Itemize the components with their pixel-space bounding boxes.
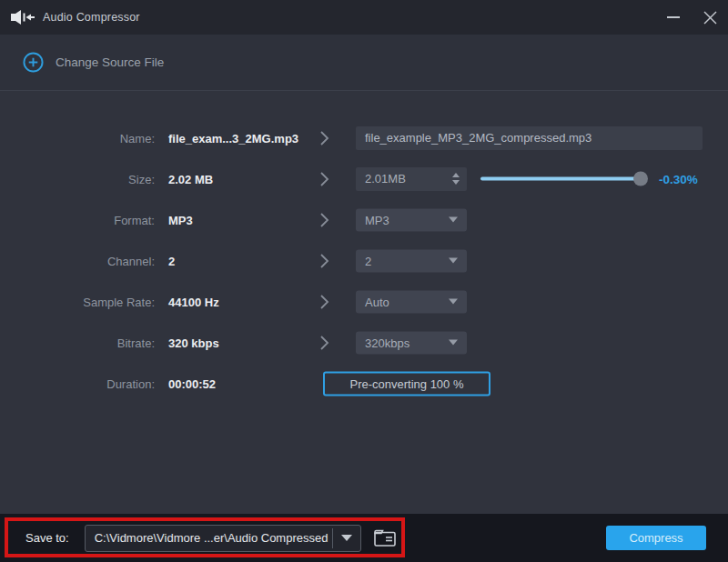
channel-source-value: 2 <box>168 254 175 267</box>
duration-label: Duration: <box>0 376 155 390</box>
size-stepper[interactable]: 2.01MB <box>356 167 467 191</box>
save-path-dropdown-button[interactable] <box>333 526 360 551</box>
bitrate-label: Bitrate: <box>0 336 155 349</box>
name-label: Name: <box>0 131 155 145</box>
chevron-right-icon <box>320 172 329 186</box>
window-controls <box>655 0 728 35</box>
audio-compressor-window: { "window": { "title": "Audio Compressor… <box>0 0 728 562</box>
channel-select-value: 2 <box>365 254 371 267</box>
folder-icon <box>373 528 397 547</box>
sample-rate-label: Sample Rate: <box>0 295 155 308</box>
channel-label: Channel: <box>0 254 155 267</box>
window-title: Audio Compressor <box>43 11 140 24</box>
row-size: Size: 2.02 MB 2.01MB -0.30% <box>0 158 728 199</box>
minimize-button[interactable] <box>655 0 692 35</box>
dropdown-caret-icon <box>449 299 458 305</box>
format-select[interactable]: MP3 <box>356 208 467 231</box>
save-path-value[interactable]: C:\Vidmore\Vidmore ...er\Audio Compresse… <box>86 531 332 545</box>
stepper-arrows <box>452 173 460 185</box>
chevron-right-icon <box>320 336 329 350</box>
dropdown-caret-icon <box>341 535 352 541</box>
sample-rate-select-value: Auto <box>365 295 389 308</box>
stepper-up-icon[interactable] <box>452 173 460 177</box>
size-reduction-percent: -0.30% <box>659 172 698 186</box>
footer-bar: Save to: C:\Vidmore\Vidmore ...er\Audio … <box>0 514 728 562</box>
sample-rate-source-value: 44100 Hz <box>168 295 219 308</box>
slider-handle[interactable] <box>633 172 648 186</box>
chevron-right-icon <box>320 131 329 146</box>
format-select-value: MP3 <box>365 213 389 226</box>
row-duration: Duration: 00:00:52 Pre-converting 100 % <box>0 363 728 404</box>
close-button[interactable] <box>692 0 728 35</box>
compress-button[interactable]: Compress <box>606 526 706 550</box>
speaker-compress-icon <box>11 10 35 25</box>
size-slider: -0.30% <box>480 172 698 186</box>
slider-track[interactable] <box>480 177 641 181</box>
save-to-label: Save to: <box>25 531 69 545</box>
chevron-right-icon <box>320 254 329 268</box>
size-stepper-value: 2.01MB <box>365 172 406 186</box>
output-name-input[interactable]: file_example_MP3_2MG_compressed.mp3 <box>356 126 703 150</box>
duration-source-value: 00:00:52 <box>168 376 216 390</box>
settings-panel: Name: file_exam...3_2MG.mp3 file_example… <box>0 91 728 513</box>
row-sample-rate: Sample Rate: 44100 Hz Auto <box>0 281 728 322</box>
size-source-value: 2.02 MB <box>168 172 213 186</box>
channel-select[interactable]: 2 <box>356 249 467 272</box>
name-source-value: file_exam...3_2MG.mp3 <box>168 131 298 145</box>
bitrate-select[interactable]: 320kbps <box>356 331 467 354</box>
format-source-value: MP3 <box>168 213 193 226</box>
dropdown-caret-icon <box>449 217 458 223</box>
format-label: Format: <box>0 213 155 226</box>
row-name: Name: file_exam...3_2MG.mp3 file_example… <box>0 117 728 158</box>
change-source-file-button[interactable]: Change Source File <box>56 55 164 69</box>
row-bitrate: Bitrate: 320 kbps 320kbps <box>0 322 728 363</box>
pre-converting-status: Pre-converting 100 % <box>323 371 490 396</box>
dropdown-caret-icon <box>449 340 458 346</box>
bitrate-select-value: 320kbps <box>365 336 410 349</box>
save-path-combobox[interactable]: C:\Vidmore\Vidmore ...er\Audio Compresse… <box>85 525 361 552</box>
chevron-right-icon <box>320 295 329 309</box>
minimize-icon <box>667 16 680 18</box>
stepper-down-icon[interactable] <box>452 180 460 185</box>
title-bar: Audio Compressor <box>0 0 728 35</box>
browse-folder-button[interactable] <box>371 527 399 550</box>
row-channel: Channel: 2 2 <box>0 240 728 281</box>
sample-rate-select[interactable]: Auto <box>356 290 467 313</box>
dropdown-caret-icon <box>449 258 458 264</box>
chevron-right-icon <box>320 213 329 227</box>
add-circle-icon[interactable] <box>23 52 44 73</box>
close-icon <box>703 11 717 25</box>
source-bar: Change Source File <box>0 35 728 91</box>
bitrate-source-value: 320 kbps <box>168 336 219 349</box>
row-format: Format: MP3 MP3 <box>0 199 728 240</box>
size-label: Size: <box>0 172 155 186</box>
